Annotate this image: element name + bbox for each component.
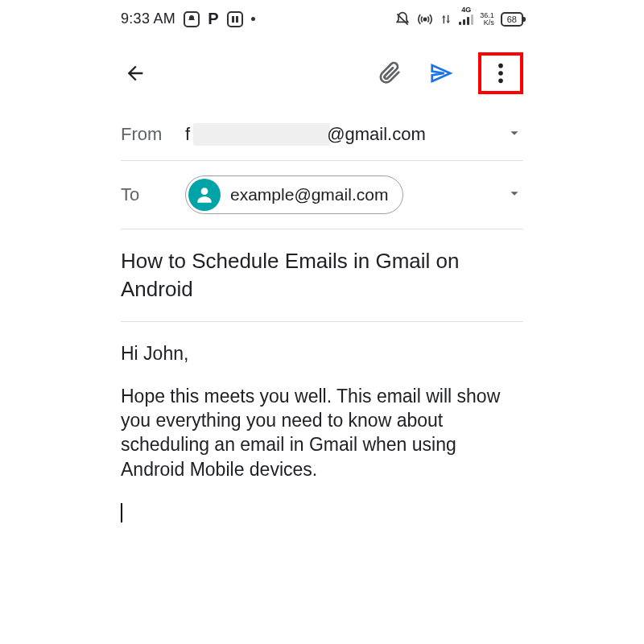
recipient-email: example@gmail.com xyxy=(230,185,388,204)
expand-from-button[interactable] xyxy=(506,124,523,145)
status-bar: 9:33 AM P 4G 36.1 K/s 68 xyxy=(0,0,644,35)
battery-level: 68 xyxy=(507,14,517,24)
to-label: To xyxy=(121,184,185,205)
from-value: f @gmail.com xyxy=(185,123,506,146)
svg-rect-0 xyxy=(232,16,234,23)
subject-input[interactable]: How to Schedule Emails in Gmail on Andro… xyxy=(121,247,523,303)
hotspot-icon xyxy=(417,11,433,27)
chevron-down-icon xyxy=(506,124,523,142)
redacted-region xyxy=(193,123,330,146)
subject-row[interactable]: How to Schedule Emails in Gmail on Andro… xyxy=(121,229,523,322)
compose-toolbar xyxy=(0,35,644,109)
from-row[interactable]: From f @gmail.com xyxy=(121,109,523,161)
body-greeting: Hi John, xyxy=(121,341,523,365)
more-notifications-icon xyxy=(251,17,255,21)
svg-point-7 xyxy=(201,188,208,195)
svg-rect-1 xyxy=(236,16,238,23)
notification-app-icon-2 xyxy=(227,11,243,27)
battery-icon: 68 xyxy=(501,12,523,27)
speed-unit: K/s xyxy=(480,19,494,27)
status-left: 9:33 AM P xyxy=(121,10,255,28)
attach-button[interactable] xyxy=(375,59,404,88)
back-button[interactable] xyxy=(121,59,150,88)
status-clock: 9:33 AM xyxy=(121,10,175,27)
network-speed: 36.1 K/s xyxy=(480,12,494,27)
dnd-icon xyxy=(394,11,411,27)
arrow-left-icon xyxy=(124,62,147,85)
send-icon xyxy=(429,61,453,85)
highlight-annotation xyxy=(478,52,523,94)
svg-point-5 xyxy=(498,71,503,76)
network-type: 4G xyxy=(461,6,471,14)
send-button[interactable] xyxy=(427,59,456,88)
pandora-app-icon: P xyxy=(208,10,218,28)
text-cursor xyxy=(121,503,122,522)
avatar-icon xyxy=(188,179,221,211)
paperclip-icon xyxy=(378,61,402,85)
data-arrows-icon xyxy=(440,12,452,27)
status-right: 4G 36.1 K/s 68 xyxy=(394,11,523,27)
body-row[interactable]: Hi John, Hope this meets you well. This … xyxy=(121,322,523,543)
to-row[interactable]: To example@gmail.com xyxy=(121,161,523,229)
notification-app-icon xyxy=(184,11,200,27)
more-options-button[interactable] xyxy=(486,59,515,88)
cellular-signal-icon: 4G xyxy=(459,14,473,25)
chevron-down-icon xyxy=(506,184,523,202)
from-suffix: @gmail.com xyxy=(327,124,426,145)
body-paragraph: Hope this meets you well. This email wil… xyxy=(121,384,523,481)
from-prefix: f xyxy=(185,124,190,145)
svg-point-6 xyxy=(498,79,503,84)
body-input[interactable]: Hi John, Hope this meets you well. This … xyxy=(121,341,523,523)
from-label: From xyxy=(121,124,185,145)
more-vertical-icon xyxy=(497,62,504,85)
svg-point-3 xyxy=(424,18,427,20)
expand-to-button[interactable] xyxy=(506,184,523,205)
svg-point-4 xyxy=(498,64,503,68)
recipient-chip[interactable]: example@gmail.com xyxy=(185,175,403,214)
